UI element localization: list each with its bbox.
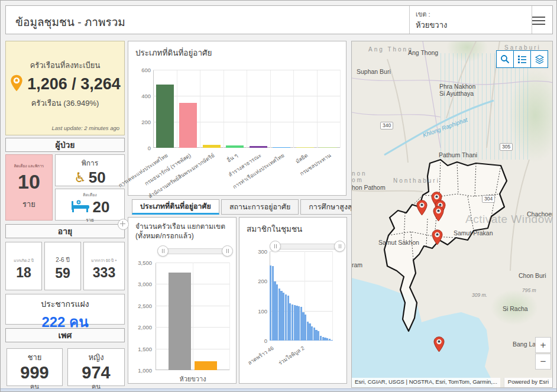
gender-section-header[interactable]: เพศ: [5, 328, 125, 342]
horizontal-scrollbar[interactable]: [1, 388, 557, 392]
age-group-60plus-card: มากกว่า 60 ปี + 333: [83, 242, 125, 290]
y-tick-label: 600: [131, 67, 151, 73]
map-pin[interactable]: [432, 229, 443, 245]
search-icon: [500, 54, 510, 64]
registered-households-subtitle: ครัวเรือน (36.949%): [6, 97, 124, 109]
y-tick-label: 3,000: [132, 281, 152, 287]
map-pin[interactable]: [416, 200, 428, 216]
gridline: [153, 70, 340, 70]
patients-section-header[interactable]: ผู้ป่วย: [5, 138, 125, 152]
bar-2: [203, 145, 221, 148]
x-tick-label: มัสยิด: [294, 151, 310, 166]
gridline: [332, 251, 333, 341]
gridline: [193, 263, 193, 370]
land-type-chart-title: ประเภทที่ดินที่อยู่อาศัย: [135, 46, 212, 59]
households-range-slider[interactable]: [161, 248, 229, 254]
page-title: ข้อมูลชุมชน - ภาพรวม: [15, 13, 125, 31]
slider-right-handle[interactable]: [334, 241, 345, 252]
gridline: [224, 70, 224, 148]
age-group-60plus-label: มากกว่า 60 ปี +: [84, 258, 124, 264]
households-x-label: ห้วยขวาง: [156, 374, 230, 384]
dashboard-root: ข้อมูลชุมชน - ภาพรวม เขต : ห้วยขวาง ครัว…: [0, 0, 557, 392]
female-label: หญิง: [68, 351, 124, 364]
district-filter-value: ห้วยขวาง: [416, 19, 447, 31]
menu-icon[interactable]: [532, 14, 545, 25]
gridline: [270, 70, 271, 148]
zoom-out-button[interactable]: −: [535, 354, 551, 370]
slider-left-handle[interactable]: [270, 241, 281, 252]
tab-residence-status[interactable]: สถานะการอยู่อาศัย: [221, 199, 299, 215]
bar-6: [296, 147, 314, 148]
gridline: [177, 70, 177, 148]
members-range-slider[interactable]: [274, 244, 341, 250]
map-pin-icon: [9, 74, 24, 95]
gridline: [340, 70, 341, 148]
bar-7: [319, 147, 337, 148]
map-powered-by: Powered by Esri: [504, 378, 552, 387]
male-label: ชาย: [7, 351, 62, 364]
hidden-population-card: ประชากรแฝง 222 คน: [5, 294, 125, 325]
slider-right-handle[interactable]: [222, 245, 233, 257]
bedridden-disabled-card: ติดเตียง และพิการ 10 ราย: [5, 154, 53, 221]
age-group-0-2-label: แรกเกิด-2 ปี: [6, 258, 41, 264]
bedridden-disabled-value: 10: [6, 170, 52, 193]
map-pin[interactable]: [433, 336, 445, 352]
disabled-card: พิการ ♿ 50 ราย: [55, 154, 125, 186]
bar-3: [226, 145, 244, 148]
bed-icon: [70, 200, 90, 215]
y-tick-label: 0: [247, 338, 267, 344]
wheelchair-icon: ♿: [74, 171, 86, 184]
legend-icon: [517, 54, 527, 64]
map-search-button[interactable]: [496, 50, 514, 68]
female-card: หญิง 974 คน: [67, 348, 125, 386]
layers-icon: [535, 54, 545, 64]
female-value: 974: [68, 364, 124, 381]
map-attribution: Esri, CGIAR, USGS | NOSTRA, Esri, TomTom…: [352, 378, 500, 387]
bedridden-disabled-unit: ราย: [6, 198, 52, 210]
y-tick-label: 1,000: [132, 367, 152, 374]
map-toolbar: [496, 50, 548, 68]
male-value: 999: [7, 364, 62, 381]
tab-land-type[interactable]: ประเภทที่ดินที่อยู่อาศัย: [132, 199, 219, 215]
disabled-label: พิการ: [56, 157, 124, 169]
y-tick-label: 200: [131, 119, 151, 125]
y-tick-label: 2,500: [132, 303, 152, 309]
map-zoom-control: + −: [535, 337, 551, 370]
district-filter-label: เขต :: [416, 9, 430, 20]
bar-กรอกแล้ว: [195, 361, 217, 370]
x-tick-label: อื่น ๆ: [225, 151, 239, 164]
map-layers-button[interactable]: [530, 50, 548, 68]
header: ข้อมูลชุมชน - ภาพรวม เขต : ห้วยขวาง: [5, 5, 553, 34]
members-chart-title: สมาชิกในชุมชน: [247, 222, 302, 235]
gridline: [317, 70, 318, 148]
map-legend-button[interactable]: [513, 50, 531, 68]
panel-drag-handle[interactable]: [118, 219, 129, 230]
y-tick-label: 300: [247, 248, 267, 255]
y-tick-label: 100: [247, 308, 267, 315]
bedridden-card: ติดเตียง 20 ราย: [55, 189, 125, 221]
male-card: ชาย 999 คน: [7, 348, 63, 386]
map[interactable]: Ang ThongAng ThongSaraburiSuphan BuriPhr…: [351, 41, 553, 388]
gridline: [270, 281, 333, 281]
last-update-text: Last update: 2 minutes ago: [51, 125, 119, 131]
age-group-2-6-value: 59: [45, 265, 80, 281]
hidden-population-label: ประชากรแฝง: [6, 297, 124, 310]
y-tick-label: 400: [131, 93, 151, 99]
map-pin[interactable]: [433, 206, 444, 222]
y-tick-label: 3,500: [132, 260, 152, 266]
gridline: [247, 70, 247, 148]
gridline: [270, 251, 333, 252]
bedridden-disabled-label: ติดเตียง และพิการ: [6, 163, 52, 169]
age-group-60plus-value: 333: [84, 265, 124, 281]
zoom-in-button[interactable]: +: [535, 337, 551, 353]
members-chart-panel: สมาชิกในชุมชน 0100200300ลาดพร้าว 46ร่วมใ…: [239, 217, 347, 384]
bar-0: [156, 85, 174, 148]
gridline: [293, 70, 294, 148]
age-section-header[interactable]: อายุ: [5, 224, 125, 238]
district-filter-dropdown[interactable]: เขต : ห้วยขวาง: [409, 6, 532, 34]
gridline: [153, 96, 340, 96]
slider-left-handle[interactable]: [157, 245, 169, 257]
gridline: [229, 263, 230, 370]
age-group-0-2-card: แรกเกิด-2 ปี 18: [5, 242, 42, 290]
y-tick-label: 0: [131, 145, 151, 151]
